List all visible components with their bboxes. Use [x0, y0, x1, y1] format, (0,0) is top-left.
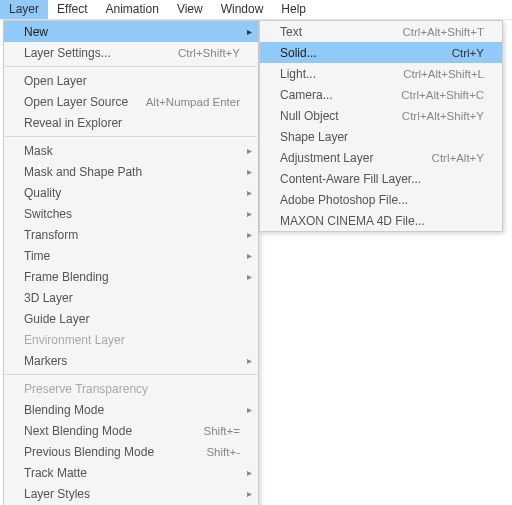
menu-item-shape-layer[interactable]: Shape Layer [260, 126, 502, 147]
menu-item-blending-mode[interactable]: Blending Mode▸ [4, 399, 258, 420]
menu-item-label: Mask [24, 144, 240, 158]
new-submenu: TextCtrl+Alt+Shift+TSolid...Ctrl+YLight.… [259, 20, 503, 232]
menu-item-markers[interactable]: Markers▸ [4, 350, 258, 371]
menubar-item-window[interactable]: Window [212, 0, 273, 19]
menu-item-track-matte[interactable]: Track Matte▸ [4, 462, 258, 483]
menu-item-label: Next Blending Mode [24, 424, 194, 438]
menu-separator [5, 66, 257, 67]
menu-item-label: 3D Layer [24, 291, 240, 305]
menu-item-previous-blending-mode[interactable]: Previous Blending ModeShift+- [4, 441, 258, 462]
menu-item-mask-and-shape-path[interactable]: Mask and Shape Path▸ [4, 161, 258, 182]
menu-item-shortcut: Ctrl+Alt+Shift+Y [402, 110, 484, 122]
menu-item-label: Content-Aware Fill Layer... [280, 172, 484, 186]
menu-item-3d-layer[interactable]: 3D Layer [4, 287, 258, 308]
menu-item-guide-layer[interactable]: Guide Layer [4, 308, 258, 329]
menu-item-label: MAXON CINEMA 4D File... [280, 214, 484, 228]
menu-item-label: Layer Styles [24, 487, 240, 501]
menu-item-solid[interactable]: Solid...Ctrl+Y [260, 42, 502, 63]
submenu-arrow-icon: ▸ [247, 145, 252, 156]
submenu-arrow-icon: ▸ [247, 26, 252, 37]
menu-item-label: Transform [24, 228, 240, 242]
menubar-item-help[interactable]: Help [272, 0, 315, 19]
menu-item-open-layer-source[interactable]: Open Layer SourceAlt+Numpad Enter [4, 91, 258, 112]
submenu-arrow-icon: ▸ [247, 404, 252, 415]
menu-item-label: New [24, 25, 240, 39]
menu-item-shortcut: Ctrl+Alt+Y [432, 152, 484, 164]
menu-item-label: Mask and Shape Path [24, 165, 240, 179]
menu-item-content-aware-fill-layer[interactable]: Content-Aware Fill Layer... [260, 168, 502, 189]
menu-item-environment-layer: Environment Layer [4, 329, 258, 350]
menu-item-label: Frame Blending [24, 270, 240, 284]
menu-item-adjustment-layer[interactable]: Adjustment LayerCtrl+Alt+Y [260, 147, 502, 168]
menu-item-label: Time [24, 249, 240, 263]
menu-item-time[interactable]: Time▸ [4, 245, 258, 266]
menu-item-shortcut: Shift+- [206, 446, 240, 458]
menu-item-shortcut: Ctrl+Y [452, 47, 484, 59]
menu-item-label: Preserve Transparency [24, 382, 240, 396]
menu-item-open-layer[interactable]: Open Layer [4, 70, 258, 91]
menu-item-new[interactable]: New▸ [4, 21, 258, 42]
submenu-arrow-icon: ▸ [247, 488, 252, 499]
menu-item-preserve-transparency: Preserve Transparency [4, 378, 258, 399]
menu-item-label: Quality [24, 186, 240, 200]
menu-item-label: Reveal in Explorer [24, 116, 240, 130]
menubar-item-layer[interactable]: Layer [0, 0, 48, 19]
menu-item-label: Solid... [280, 46, 442, 60]
menu-item-maxon-cinema-4d-file[interactable]: MAXON CINEMA 4D File... [260, 210, 502, 231]
menu-item-label: Adobe Photoshop File... [280, 193, 484, 207]
menubar-item-effect[interactable]: Effect [48, 0, 96, 19]
menu-item-quality[interactable]: Quality▸ [4, 182, 258, 203]
submenu-arrow-icon: ▸ [247, 355, 252, 366]
menu-item-label: Shape Layer [280, 130, 484, 144]
menu-item-label: Environment Layer [24, 333, 240, 347]
menubar: LayerEffectAnimationViewWindowHelp [0, 0, 512, 20]
submenu-arrow-icon: ▸ [247, 229, 252, 240]
menu-item-label: Switches [24, 207, 240, 221]
menu-item-shortcut: Ctrl+Alt+Shift+T [403, 26, 485, 38]
menu-item-next-blending-mode[interactable]: Next Blending ModeShift+= [4, 420, 258, 441]
menu-item-label: Open Layer [24, 74, 240, 88]
menu-item-adobe-photoshop-file[interactable]: Adobe Photoshop File... [260, 189, 502, 210]
submenu-arrow-icon: ▸ [247, 467, 252, 478]
menubar-item-animation[interactable]: Animation [97, 0, 168, 19]
menubar-item-view[interactable]: View [168, 0, 212, 19]
menu-item-label: Text [280, 25, 393, 39]
menu-item-text[interactable]: TextCtrl+Alt+Shift+T [260, 21, 502, 42]
submenu-arrow-icon: ▸ [247, 166, 252, 177]
menu-item-light[interactable]: Light...Ctrl+Alt+Shift+L [260, 63, 502, 84]
submenu-arrow-icon: ▸ [247, 250, 252, 261]
menu-separator [5, 374, 257, 375]
menu-item-label: Open Layer Source [24, 95, 136, 109]
menu-separator [5, 136, 257, 137]
menu-item-label: Layer Settings... [24, 46, 168, 60]
menu-item-shortcut: Ctrl+Shift+Y [178, 47, 240, 59]
menu-item-shortcut: Ctrl+Alt+Shift+C [401, 89, 484, 101]
menu-item-label: Adjustment Layer [280, 151, 422, 165]
layer-menu: New▸Layer Settings...Ctrl+Shift+YOpen La… [3, 20, 259, 505]
menu-item-transform[interactable]: Transform▸ [4, 224, 258, 245]
menu-item-reveal-in-explorer[interactable]: Reveal in Explorer [4, 112, 258, 133]
menu-item-label: Blending Mode [24, 403, 240, 417]
menu-item-frame-blending[interactable]: Frame Blending▸ [4, 266, 258, 287]
menu-item-label: Track Matte [24, 466, 240, 480]
menu-item-camera[interactable]: Camera...Ctrl+Alt+Shift+C [260, 84, 502, 105]
submenu-arrow-icon: ▸ [247, 208, 252, 219]
submenu-arrow-icon: ▸ [247, 271, 252, 282]
menu-item-layer-styles[interactable]: Layer Styles▸ [4, 483, 258, 504]
menu-item-label: Markers [24, 354, 240, 368]
menu-item-label: Light... [280, 67, 393, 81]
menu-item-label: Camera... [280, 88, 391, 102]
submenu-arrow-icon: ▸ [247, 187, 252, 198]
menu-item-shortcut: Shift+= [204, 425, 240, 437]
menu-item-label: Null Object [280, 109, 392, 123]
menu-item-layer-settings[interactable]: Layer Settings...Ctrl+Shift+Y [4, 42, 258, 63]
menu-item-label: Previous Blending Mode [24, 445, 196, 459]
menu-item-label: Guide Layer [24, 312, 240, 326]
menu-item-shortcut: Alt+Numpad Enter [146, 96, 240, 108]
menu-item-mask[interactable]: Mask▸ [4, 140, 258, 161]
menu-item-switches[interactable]: Switches▸ [4, 203, 258, 224]
menu-item-null-object[interactable]: Null ObjectCtrl+Alt+Shift+Y [260, 105, 502, 126]
menu-item-shortcut: Ctrl+Alt+Shift+L [403, 68, 484, 80]
